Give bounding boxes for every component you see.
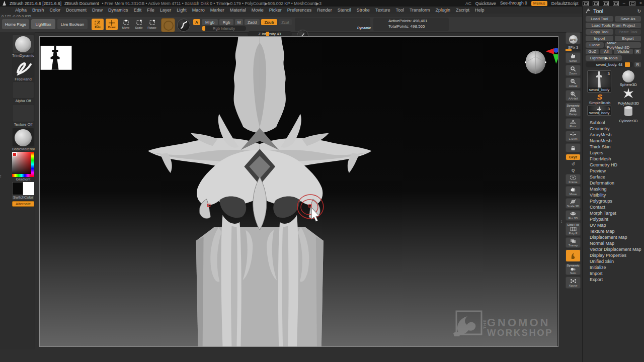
menu-item[interactable]: Stroke xyxy=(357,8,370,13)
rgb-intensity-slider[interactable]: Rgb Intensity xyxy=(202,26,246,31)
menu-item[interactable]: Stencil xyxy=(338,8,351,13)
menu-item[interactable]: Tool xyxy=(395,8,404,13)
menu-item[interactable]: Marker xyxy=(210,8,224,13)
texture-slot[interactable]: Texture Off xyxy=(12,104,34,127)
rot3d-button[interactable]: Rot 3D xyxy=(566,210,581,221)
window-minimize-icon[interactable]: – xyxy=(623,1,625,6)
document-preview-thumbnail[interactable] xyxy=(41,46,72,70)
alpha-slot[interactable]: Alpha Off xyxy=(12,81,34,103)
goz-r-button[interactable]: R xyxy=(634,49,641,54)
tool-item-sphere3d[interactable]: Sphere3D xyxy=(616,70,640,87)
tool-palette-section[interactable]: ArrayMesh xyxy=(583,132,644,138)
tool-palette-section[interactable]: Thick Skin xyxy=(583,144,644,150)
copy-tool-button[interactable]: Copy Tool xyxy=(586,29,613,35)
zadd-button[interactable]: Zadd xyxy=(245,19,260,25)
tool-palette-section[interactable]: Polygroups xyxy=(583,198,644,204)
edit-button[interactable]: Edit xyxy=(92,19,104,30)
scale3d-button[interactable]: Scale 3D xyxy=(566,198,581,209)
zsub-button[interactable]: Zsub xyxy=(261,19,277,25)
tool-palette-section[interactable]: Geometry xyxy=(583,126,644,132)
default-zscript-button[interactable]: DefaultZScript xyxy=(551,1,579,6)
alpha-badge[interactable]: A xyxy=(193,19,200,25)
all-button[interactable]: All xyxy=(600,49,612,54)
solo-button[interactable]: Dynamic Solo xyxy=(566,263,581,275)
floor-button[interactable]: Floor xyxy=(566,118,581,129)
load-tools-from-project-button[interactable]: Load Tools From Project xyxy=(586,23,641,28)
menus-button[interactable]: Menus xyxy=(531,1,547,6)
menu-item[interactable]: Layer xyxy=(160,8,172,13)
goz-button[interactable]: GoZ xyxy=(586,49,599,54)
stroke-slot-freehand[interactable]: FreeHand xyxy=(12,58,34,81)
tray-layout-icon[interactable] xyxy=(583,1,589,6)
menu-item[interactable]: Brush xyxy=(32,8,44,13)
make-polymesh3d-button[interactable]: Make PolyMesh3D xyxy=(605,42,641,48)
toggle-c-icon[interactable]: ↺ xyxy=(572,162,575,166)
tool-palette-section[interactable]: Preview xyxy=(583,168,644,174)
move-button[interactable]: Move xyxy=(120,19,132,30)
switch-color[interactable]: SwitchColor xyxy=(12,182,34,200)
tool-palette-section[interactable]: UV Map xyxy=(583,222,644,228)
hue-strip-horizontal[interactable] xyxy=(12,174,31,177)
actual-button[interactable]: Actual xyxy=(566,77,581,88)
scale-button[interactable]: Scale xyxy=(133,19,145,30)
transp-button[interactable]: Transp xyxy=(566,237,581,248)
quicksave-button[interactable]: QuickSave xyxy=(475,1,496,6)
rotate-button[interactable]: Rotate xyxy=(146,19,158,30)
brush-slot-trimdynamic[interactable]: TrimDynamic xyxy=(12,34,34,58)
menu-item[interactable]: Zscript xyxy=(456,8,469,13)
tool-palette-section[interactable]: NanoMesh xyxy=(583,138,644,144)
menu-item[interactable]: Picker xyxy=(269,8,282,13)
gxyz-button[interactable]: Gxyz xyxy=(566,154,581,160)
menu-item[interactable]: Render xyxy=(317,8,332,13)
menu-item[interactable]: Transform xyxy=(410,8,430,13)
main-color-swatch[interactable] xyxy=(12,182,23,195)
tool-palette-section[interactable]: Contact xyxy=(583,204,644,210)
lightbox-tools-button[interactable]: Lightbox▶Tools xyxy=(586,55,622,61)
window-close-icon[interactable]: × xyxy=(639,1,642,6)
tool-palette-section[interactable]: Masking xyxy=(583,186,644,192)
menu-item[interactable]: Alpha xyxy=(15,8,27,13)
tool-palette-section[interactable]: Geometry HD xyxy=(583,162,644,168)
live-boolean-button[interactable]: Live Boolean xyxy=(57,19,88,29)
toggle-q-icon[interactable]: Q xyxy=(572,168,575,172)
bpr-button[interactable]: BPR xyxy=(566,32,581,44)
doc-hand-icon[interactable] xyxy=(603,1,609,6)
recent-tool-thumbnail[interactable]: 3 sword_body xyxy=(587,106,611,116)
current-stroke-thumbnail[interactable] xyxy=(177,19,190,32)
menu-item[interactable]: Material xyxy=(230,8,246,13)
menu-item[interactable]: Dynamics xyxy=(108,8,128,13)
move-doc-button[interactable]: Move xyxy=(566,186,581,197)
menu-item[interactable]: Help xyxy=(475,8,485,13)
tool-palette-section[interactable]: Visibility xyxy=(583,192,644,198)
right-tray-resize-handle[interactable]: ↕ xyxy=(560,219,562,224)
draw-button[interactable]: Draw xyxy=(106,19,118,30)
tool-palette-section[interactable]: Import xyxy=(583,270,644,277)
zcut-button[interactable]: Zcut xyxy=(279,19,292,25)
frame-button[interactable]: Frame xyxy=(566,174,581,185)
tool-item-simplebrush[interactable]: S SimpleBrush xyxy=(587,94,612,105)
menu-item[interactable]: Zplugin xyxy=(436,8,451,13)
tray-layout2-icon[interactable] xyxy=(593,1,599,6)
tool-palette-section[interactable]: Initialize xyxy=(583,264,644,270)
tool-palette-section[interactable]: Subtool xyxy=(583,120,644,126)
tool-palette-section[interactable]: Display Properties xyxy=(583,252,644,258)
tool-palette-section[interactable]: Normal Map xyxy=(583,240,644,246)
home-page-button[interactable]: Home Page xyxy=(2,19,29,29)
menu-item[interactable]: Light xyxy=(177,8,187,13)
scroll-button[interactable]: Scroll xyxy=(566,52,581,63)
menu-item[interactable]: File xyxy=(147,8,154,13)
menu-item[interactable]: Document xyxy=(66,8,87,13)
tool-palette-section[interactable]: Deformation xyxy=(583,180,644,186)
tool-palette-section[interactable]: Polypaint xyxy=(583,216,644,222)
mrgb-button[interactable]: Mrgb xyxy=(202,19,218,25)
paste-tool-button[interactable]: Paste Tool xyxy=(615,29,641,35)
spix-slider[interactable]: SPix 3 xyxy=(566,46,581,51)
tool-palette-section[interactable]: Morph Target xyxy=(583,210,644,216)
tool-palette-section[interactable]: Displacement Map xyxy=(583,234,644,240)
alternate-button[interactable]: Alternate xyxy=(12,201,34,207)
save-as-button[interactable]: Save As xyxy=(615,16,641,22)
slider-r-button[interactable]: R xyxy=(634,62,641,67)
menu-item[interactable]: Preferences xyxy=(287,8,312,13)
dynamic-mode-label[interactable]: Dynamic xyxy=(357,26,371,30)
menu-item[interactable]: Movie xyxy=(252,8,264,13)
